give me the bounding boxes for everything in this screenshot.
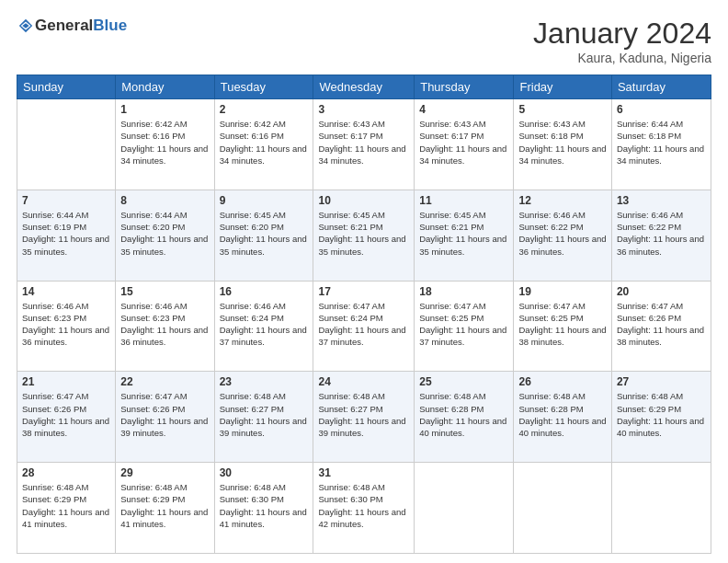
table-row: 19Sunrise: 6:47 AMSunset: 6:25 PMDayligh… (514, 281, 611, 372)
day-info: Sunrise: 6:42 AMSunset: 6:16 PMDaylight:… (120, 118, 209, 167)
day-info: Sunrise: 6:45 AMSunset: 6:21 PMDaylight:… (419, 209, 508, 258)
sunrise-text: Sunrise: 6:44 AM (617, 118, 706, 130)
table-row (514, 463, 611, 554)
sunset-text: Sunset: 6:22 PM (617, 221, 706, 233)
sunset-text: Sunset: 6:27 PM (220, 403, 309, 415)
day-info: Sunrise: 6:42 AMSunset: 6:16 PMDaylight:… (220, 118, 309, 167)
sunset-text: Sunset: 6:17 PM (318, 130, 409, 142)
sunrise-text: Sunrise: 6:48 AM (518, 390, 606, 402)
day-info: Sunrise: 6:48 AMSunset: 6:30 PMDaylight:… (220, 481, 309, 530)
day-info: Sunrise: 6:48 AMSunset: 6:28 PMDaylight:… (419, 390, 508, 439)
sunset-text: Sunset: 6:29 PM (120, 493, 209, 505)
sunrise-text: Sunrise: 6:46 AM (518, 209, 606, 221)
table-row: 26Sunrise: 6:48 AMSunset: 6:28 PMDayligh… (514, 372, 611, 463)
daylight-text: Daylight: 11 hours and 36 minutes. (518, 233, 606, 258)
sunset-text: Sunset: 6:30 PM (220, 493, 309, 505)
calendar-row: 1Sunrise: 6:42 AMSunset: 6:16 PMDaylight… (17, 99, 711, 190)
col-thursday: Thursday (415, 75, 514, 99)
sunrise-text: Sunrise: 6:47 AM (120, 390, 209, 402)
day-info: Sunrise: 6:46 AMSunset: 6:22 PMDaylight:… (617, 209, 706, 258)
table-row: 31Sunrise: 6:48 AMSunset: 6:30 PMDayligh… (313, 463, 415, 554)
day-info: Sunrise: 6:44 AMSunset: 6:19 PMDaylight:… (22, 209, 110, 258)
sunset-text: Sunset: 6:23 PM (22, 312, 110, 324)
sunrise-text: Sunrise: 6:46 AM (22, 300, 110, 312)
sunrise-text: Sunrise: 6:43 AM (318, 118, 409, 130)
day-info: Sunrise: 6:43 AMSunset: 6:17 PMDaylight:… (318, 118, 409, 167)
sunset-text: Sunset: 6:21 PM (419, 221, 508, 233)
sunrise-text: Sunrise: 6:47 AM (518, 300, 606, 312)
header: GeneralBlue January 2024 Kaura, Kaduna, … (17, 17, 711, 65)
day-number: 29 (120, 466, 209, 479)
daylight-text: Daylight: 11 hours and 40 minutes. (419, 415, 508, 440)
day-number: 17 (318, 285, 409, 298)
daylight-text: Daylight: 11 hours and 37 minutes. (318, 324, 409, 349)
sunrise-text: Sunrise: 6:42 AM (120, 118, 209, 130)
logo: GeneralBlue (17, 17, 127, 35)
sunset-text: Sunset: 6:30 PM (318, 493, 409, 505)
day-info: Sunrise: 6:47 AMSunset: 6:26 PMDaylight:… (120, 390, 209, 439)
day-number: 13 (617, 194, 706, 207)
sunrise-text: Sunrise: 6:44 AM (22, 209, 110, 221)
day-info: Sunrise: 6:48 AMSunset: 6:27 PMDaylight:… (318, 390, 409, 439)
day-number: 14 (22, 285, 110, 298)
sunset-text: Sunset: 6:18 PM (617, 130, 706, 142)
sunrise-text: Sunrise: 6:48 AM (318, 481, 409, 493)
table-row: 22Sunrise: 6:47 AMSunset: 6:26 PMDayligh… (116, 372, 214, 463)
sunset-text: Sunset: 6:24 PM (220, 312, 309, 324)
location: Kaura, Kaduna, Nigeria (533, 51, 711, 65)
table-row: 21Sunrise: 6:47 AMSunset: 6:26 PMDayligh… (17, 372, 116, 463)
table-row (17, 99, 116, 190)
day-number: 31 (318, 466, 409, 479)
table-row: 13Sunrise: 6:46 AMSunset: 6:22 PMDayligh… (611, 190, 711, 281)
daylight-text: Daylight: 11 hours and 35 minutes. (120, 233, 209, 258)
day-number: 8 (120, 194, 209, 207)
sunrise-text: Sunrise: 6:43 AM (419, 118, 508, 130)
table-row: 12Sunrise: 6:46 AMSunset: 6:22 PMDayligh… (514, 190, 611, 281)
day-number: 28 (22, 466, 110, 479)
sunrise-text: Sunrise: 6:47 AM (22, 390, 110, 402)
calendar-table: Sunday Monday Tuesday Wednesday Thursday… (17, 75, 711, 554)
day-info: Sunrise: 6:46 AMSunset: 6:22 PMDaylight:… (518, 209, 606, 258)
calendar-row: 7Sunrise: 6:44 AMSunset: 6:19 PMDaylight… (17, 190, 711, 281)
day-info: Sunrise: 6:47 AMSunset: 6:24 PMDaylight:… (318, 300, 409, 349)
table-row (415, 463, 514, 554)
sunset-text: Sunset: 6:25 PM (419, 312, 508, 324)
sunrise-text: Sunrise: 6:48 AM (120, 481, 209, 493)
daylight-text: Daylight: 11 hours and 37 minutes. (220, 324, 309, 349)
sunset-text: Sunset: 6:27 PM (318, 403, 409, 415)
sunrise-text: Sunrise: 6:45 AM (419, 209, 508, 221)
table-row: 28Sunrise: 6:48 AMSunset: 6:29 PMDayligh… (17, 463, 116, 554)
daylight-text: Daylight: 11 hours and 39 minutes. (120, 415, 209, 440)
day-info: Sunrise: 6:43 AMSunset: 6:18 PMDaylight:… (518, 118, 606, 167)
sunrise-text: Sunrise: 6:46 AM (220, 300, 309, 312)
table-row: 4Sunrise: 6:43 AMSunset: 6:17 PMDaylight… (415, 99, 514, 190)
daylight-text: Daylight: 11 hours and 37 minutes. (419, 324, 508, 349)
col-sunday: Sunday (17, 75, 116, 99)
day-number: 23 (220, 375, 309, 388)
day-number: 21 (22, 375, 110, 388)
sunset-text: Sunset: 6:24 PM (318, 312, 409, 324)
day-number: 19 (518, 285, 606, 298)
day-number: 18 (419, 285, 508, 298)
sunrise-text: Sunrise: 6:46 AM (120, 300, 209, 312)
day-number: 1 (120, 103, 209, 116)
day-number: 30 (220, 466, 309, 479)
col-monday: Monday (116, 75, 214, 99)
sunset-text: Sunset: 6:21 PM (318, 221, 409, 233)
table-row: 1Sunrise: 6:42 AMSunset: 6:16 PMDaylight… (116, 99, 214, 190)
sunrise-text: Sunrise: 6:46 AM (617, 209, 706, 221)
table-row: 20Sunrise: 6:47 AMSunset: 6:26 PMDayligh… (611, 281, 711, 372)
daylight-text: Daylight: 11 hours and 41 minutes. (220, 506, 309, 531)
day-info: Sunrise: 6:47 AMSunset: 6:26 PMDaylight:… (617, 300, 706, 349)
daylight-text: Daylight: 11 hours and 34 minutes. (318, 143, 409, 167)
day-info: Sunrise: 6:43 AMSunset: 6:17 PMDaylight:… (419, 118, 508, 167)
day-info: Sunrise: 6:44 AMSunset: 6:20 PMDaylight:… (120, 209, 209, 258)
sunrise-text: Sunrise: 6:47 AM (617, 300, 706, 312)
day-info: Sunrise: 6:45 AMSunset: 6:21 PMDaylight:… (318, 209, 409, 258)
daylight-text: Daylight: 11 hours and 38 minutes. (22, 415, 110, 440)
sunset-text: Sunset: 6:22 PM (518, 221, 606, 233)
sunrise-text: Sunrise: 6:47 AM (419, 300, 508, 312)
day-number: 3 (318, 103, 409, 116)
table-row: 25Sunrise: 6:48 AMSunset: 6:28 PMDayligh… (415, 372, 514, 463)
daylight-text: Daylight: 11 hours and 36 minutes. (617, 233, 706, 258)
